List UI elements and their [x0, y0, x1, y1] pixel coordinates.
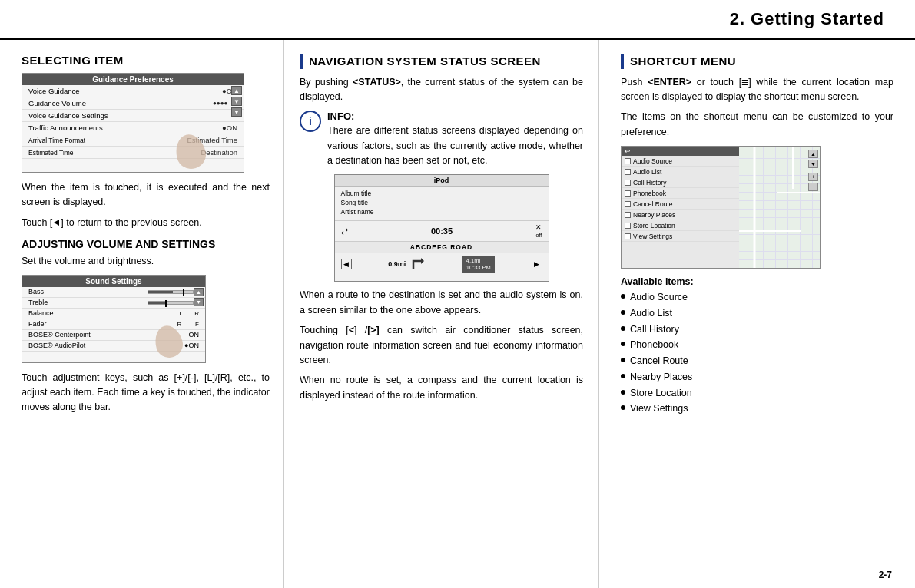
sound-title: Sound Settings [22, 276, 205, 287]
selecting-para1: When the item is touched, it is executed… [22, 180, 270, 210]
shortcut-checkbox-8[interactable] [625, 233, 631, 239]
shortcut-bar [621, 54, 624, 69]
shortcut-item-view-settings[interactable]: View Settings [622, 231, 740, 242]
nav-status-header: NAVIGATION SYSTEM STATUS SCREEN [300, 54, 583, 69]
list-item-nearby-places: Nearby Places [621, 370, 893, 385]
ipod-nav-row: ◀ 0.9mi 4.1mi 10:33 PM ▶ [335, 253, 549, 275]
map-nav-down[interactable]: ▼ [808, 160, 818, 168]
ipod-nav-left[interactable]: ◀ [341, 259, 352, 269]
sound-row-treble: Treble + [22, 298, 205, 309]
page-number: 2-7 [879, 570, 892, 580]
list-item-call-history: Call History [621, 322, 893, 337]
nav-status-title: NAVIGATION SYSTEM STATUS SCREEN [309, 54, 541, 69]
map-nav-buttons: ▲ ▼ + − [808, 150, 818, 191]
available-item-label: View Settings [630, 401, 688, 416]
shortcut-screen: ↩ Audio Source Audio List Call History P… [621, 146, 821, 269]
list-item-cancel-route: Cancel Route [621, 354, 893, 368]
shortcut-header: SHORTCUT MENU [621, 54, 893, 69]
guidance-title: Guidance Preferences [22, 74, 244, 85]
available-item-label: Audio List [630, 306, 672, 321]
ipod-distance: 0.9mi [388, 260, 406, 268]
shortcut-item-audio-list[interactable]: Audio List [622, 167, 740, 177]
ipod-screen: iPod Album title Song title Artist name … [334, 174, 549, 282]
sound-nav: ▲ ▼ [194, 288, 204, 306]
shortcut-checkbox-3[interactable] [625, 180, 631, 186]
guidance-row-6: Estimated Time Destination [22, 147, 244, 159]
sound-nav-down[interactable]: ▼ [194, 298, 204, 306]
info-box: i INFO: There are different status scree… [300, 111, 583, 168]
list-item-audio-list: Audio List [621, 306, 893, 321]
shortcut-checkbox-1[interactable] [625, 158, 631, 164]
sound-row-fader: Fader R F [22, 319, 205, 330]
bullet-dot-8 [621, 405, 625, 410]
shortcut-para1: Push <ENTER> or touch [☰] while the curr… [621, 75, 893, 105]
mid-column: NAVIGATION SYSTEM STATUS SCREEN By pushi… [284, 40, 599, 588]
nav-para3: Touching [<] /[>] can switch air conditi… [300, 323, 583, 368]
available-item-label: Store Location [630, 386, 692, 401]
shortcut-item-cancel-route[interactable]: Cancel Route [622, 199, 740, 210]
shortcut-item-phonebook[interactable]: Phonebook [622, 188, 740, 199]
shortcut-para2: The items on the shortcut menu can be cu… [621, 110, 893, 140]
guidance-row-1: Voice Guidance ●ON [22, 85, 244, 97]
nav-para4: When no route is set, a compass and the … [300, 373, 583, 403]
shortcut-checkbox-7[interactable] [625, 223, 631, 229]
left-column: SELECTING ITEM Guidance Preferences Voic… [0, 40, 284, 588]
shortcut-item-call-history[interactable]: Call History [622, 177, 740, 188]
guidance-screen: Guidance Preferences Voice Guidance ●ON … [22, 73, 244, 173]
shortcut-checkbox-2[interactable] [625, 169, 631, 175]
adjusting-title: ADJUSTING VOLUME AND SETTINGS [22, 238, 270, 250]
list-item-view-settings: View Settings [621, 401, 893, 416]
enter-bold: <ENTER> [648, 77, 691, 88]
adjusting-para: Set the volume and brightness. [22, 254, 270, 269]
bullet-dot-1 [621, 294, 625, 299]
ipod-time: 00:35 [431, 226, 453, 236]
shortcut-item-nearby-places[interactable]: Nearby Places [622, 210, 740, 220]
shortcut-item-audio-source[interactable]: Audio Source [622, 156, 740, 167]
sound-row-bass: Bass + [22, 287, 205, 298]
available-item-label: Cancel Route [630, 354, 688, 368]
shortcut-checkbox-6[interactable] [625, 212, 631, 218]
info-title: INFO: [327, 111, 583, 122]
list-item-phonebook: Phonebook [621, 338, 893, 352]
shortcut-checkbox-4[interactable] [625, 190, 631, 197]
map-nav-scale-out[interactable]: − [808, 183, 818, 191]
sound-screen: Sound Settings Bass + Treble [22, 275, 206, 363]
adjusting-para2: Touch adjustment keys, such as [+]/[-], … [22, 371, 270, 415]
svg-marker-0 [421, 258, 424, 264]
ipod-controls: ⇄ 00:35 ✕off [335, 221, 549, 242]
shortcut-label-store-location: Store Location [633, 222, 675, 230]
list-item-audio-source: Audio Source [621, 290, 893, 305]
bullet-dot-5 [621, 358, 625, 362]
turn-arrow-icon [410, 256, 426, 272]
bullet-dot-6 [621, 374, 625, 378]
map-nav-scale[interactable]: + [808, 173, 818, 181]
guidance-row-5: Arrival Time Format Estimated Time [22, 134, 244, 147]
bullet-dot-7 [621, 390, 625, 395]
guidance-row-4: Traffic Announcements ●ON [22, 122, 244, 134]
nav-down[interactable]: ▼ [231, 97, 242, 106]
sound-nav-up[interactable]: ▲ [194, 288, 204, 296]
shortcut-label-phonebook: Phonebook [633, 190, 666, 197]
shortcut-map-panel: ▲ ▼ + − [739, 147, 820, 268]
main-content: SELECTING ITEM Guidance Preferences Voic… [0, 40, 915, 588]
available-item-label: Phonebook [630, 338, 678, 352]
ipod-label: iPod [335, 175, 549, 187]
ipod-nav-right[interactable]: ▶ [532, 259, 542, 269]
guidance-row-2: Guidance Volume —●●●●—+ [22, 97, 244, 110]
nav-up[interactable]: ▲ [231, 86, 242, 95]
shortcut-item-store-location[interactable]: Store Location [622, 220, 740, 231]
nav-para2: When a route to the destination is set a… [300, 288, 583, 318]
available-item-label: Call History [630, 322, 679, 337]
shortcut-list-panel: ↩ Audio Source Audio List Call History P… [622, 147, 741, 268]
sound-row-balance: Balance L R [22, 309, 205, 319]
nav-down2[interactable]: ▼ [231, 107, 242, 117]
map-nav-up[interactable]: ▲ [808, 150, 818, 158]
nav-status-para1: By pushing <STATUS>, the current status … [300, 75, 583, 105]
available-title: Available items: [621, 276, 893, 287]
shortcut-checkbox-5[interactable] [625, 201, 631, 207]
ipod-eta: 4.1mi 10:33 PM [462, 256, 495, 273]
ipod-road: ABCDEFG ROAD [335, 242, 549, 253]
available-item-label: Nearby Places [630, 370, 692, 385]
bullet-dot-2 [621, 310, 625, 315]
selecting-para2: Touch [] to return to the previous scree… [22, 216, 270, 230]
